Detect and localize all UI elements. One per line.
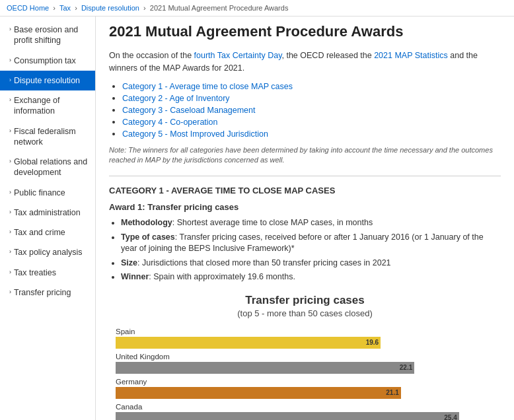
sidebar-item-label: Tax policy analysis <box>14 247 83 258</box>
sidebar-item-label: Exchange of information <box>14 95 89 117</box>
chevron-icon: › <box>9 127 11 135</box>
note-text: Note: The winners for all categories hav… <box>109 145 501 166</box>
bullet-item: Methodology: Shortest average time to cl… <box>121 217 501 229</box>
bar: 19.6 <box>116 337 381 349</box>
breadcrumb-tax[interactable]: Tax <box>59 4 71 12</box>
sidebar-item-label: Global relations and development <box>14 157 89 178</box>
breadcrumb: OECD Home › Tax › Dispute resolution › 2… <box>0 0 514 17</box>
award1-heading: Award 1: Transfer pricing cases <box>109 202 501 212</box>
bar-value: 21.1 <box>386 389 398 396</box>
category-link-item: Category 2 - Age of Inventory <box>122 93 501 103</box>
category-link-cat2[interactable]: Category 2 - Age of Inventory <box>122 94 230 103</box>
sidebar-item-tax-policy[interactable]: ›Tax policy analysis <box>0 242 95 262</box>
breadcrumb-dispute[interactable]: Dispute resolution <box>81 4 139 12</box>
bar-row: Canada25.4 <box>116 403 494 420</box>
chevron-icon: › <box>9 96 11 104</box>
chevron-icon: › <box>9 289 11 297</box>
sidebar-item-label: Tax treaties <box>14 267 56 278</box>
sidebar-item-label: Tax administration <box>14 207 81 218</box>
sidebar-item-label: Transfer pricing <box>14 287 71 298</box>
chevron-icon: › <box>9 228 11 236</box>
sidebar-item-label: Tax and crime <box>14 227 65 238</box>
bar-label: Germany <box>116 378 494 386</box>
bar-container: 25.4 <box>116 412 494 420</box>
chevron-icon: › <box>9 209 11 217</box>
chevron-icon: › <box>9 269 11 277</box>
main-content: 2021 Mutual Agreement Procedure Awards O… <box>96 17 514 420</box>
sidebar-item-label: Base erosion and profit shifting <box>14 24 89 46</box>
chart-subtitle: (top 5 - more than 50 cases closed) <box>109 308 501 318</box>
breadcrumb-oecd[interactable]: OECD Home <box>7 4 49 12</box>
bar: 25.4 <box>116 412 459 420</box>
section-divider <box>109 176 501 176</box>
bar-value: 22.1 <box>400 364 412 371</box>
intro-link-map-stats[interactable]: 2021 MAP Statistics <box>374 51 448 60</box>
chevron-icon: › <box>9 77 11 85</box>
bar-value: 25.4 <box>444 414 457 420</box>
category-link-item: Category 5 - Most Improved Jurisdiction <box>122 129 501 139</box>
bar-label: United Kingdom <box>116 353 494 361</box>
category-link-cat3[interactable]: Category 3 - Caseload Management <box>122 106 256 115</box>
intro-paragraph: On the occasion of the fourth Tax Certai… <box>109 50 501 75</box>
bar-container: 19.6 <box>116 337 494 349</box>
bar-container: 21.1 <box>116 387 494 399</box>
sidebar-item-consumption-tax[interactable]: ›Consumption tax <box>0 51 95 71</box>
category-link-cat4[interactable]: Category 4 - Co-operation <box>122 118 218 127</box>
bullet-item: Type of cases: Transfer pricing cases, r… <box>121 232 501 255</box>
bar-chart: Spain19.6United Kingdom22.1Germany21.1Ca… <box>109 328 501 420</box>
breadcrumb-current: 2021 Mutual Agreement Procedure Awards <box>150 4 289 12</box>
award-bullets: Methodology: Shortest average time to cl… <box>121 217 501 283</box>
chevron-icon: › <box>9 189 11 197</box>
category-link-item: Category 1 - Average time to close MAP c… <box>122 81 501 91</box>
bar-value: 19.6 <box>366 339 379 346</box>
chevron-icon: › <box>9 26 11 34</box>
sidebar-item-exchange-info[interactable]: ›Exchange of information <box>0 90 95 122</box>
sidebar-item-tax-administration[interactable]: ›Tax administration <box>0 203 95 223</box>
sidebar-item-label: Consumption tax <box>14 55 76 66</box>
bar: 22.1 <box>116 362 414 374</box>
bar-row: United Kingdom22.1 <box>116 353 494 374</box>
sidebar-item-label: Public finance <box>14 188 65 198</box>
sidebar-item-fiscal-federalism[interactable]: ›Fiscal federalism network <box>0 122 95 153</box>
chart-section: Transfer pricing cases (top 5 - more tha… <box>109 294 501 420</box>
category-link-cat1[interactable]: Category 1 - Average time to close MAP c… <box>122 82 293 91</box>
sidebar-item-public-finance[interactable]: ›Public finance <box>0 183 95 203</box>
chevron-icon: › <box>9 158 11 166</box>
category-link-cat5[interactable]: Category 5 - Most Improved Jurisdiction <box>122 129 268 139</box>
bar-label: Spain <box>116 328 494 335</box>
sidebar-item-base-erosion[interactable]: ›Base erosion and profit shifting <box>0 20 95 51</box>
bar-label: Canada <box>116 403 494 411</box>
page-title: 2021 Mutual Agreement Procedure Awards <box>109 23 501 40</box>
bar-row: Germany21.1 <box>116 378 494 399</box>
bullet-item: Winner: Spain with approximately 19.6 mo… <box>121 271 501 283</box>
bar-container: 22.1 <box>116 362 494 374</box>
category1-heading: CATEGORY 1 - AVERAGE TIME TO CLOSE MAP C… <box>109 186 501 195</box>
chevron-icon: › <box>9 57 11 65</box>
bar-row: Spain19.6 <box>116 328 494 349</box>
bullet-item: Size: Jurisdictions that closed more tha… <box>121 258 501 269</box>
sidebar-item-tax-crime[interactable]: ›Tax and crime <box>0 223 95 242</box>
sidebar-item-tax-treaties[interactable]: ›Tax treaties <box>0 263 95 283</box>
sidebar-item-label: Dispute resolution <box>14 75 80 86</box>
chart-title: Transfer pricing cases <box>109 294 501 307</box>
chevron-icon: › <box>9 248 11 256</box>
sidebar: ›Base erosion and profit shifting›Consum… <box>0 17 96 420</box>
sidebar-item-label: Fiscal federalism network <box>14 126 89 148</box>
category-link-item: Category 4 - Co-operation <box>122 117 501 127</box>
sidebar-item-global-relations[interactable]: ›Global relations and development <box>0 152 95 183</box>
bar: 21.1 <box>116 387 401 399</box>
intro-link-tax-certainty[interactable]: fourth Tax Certainty Day <box>194 51 282 60</box>
category-links-list: Category 1 - Average time to close MAP c… <box>122 81 501 139</box>
category-link-item: Category 3 - Caseload Management <box>122 105 501 115</box>
sidebar-item-transfer-pricing[interactable]: ›Transfer pricing <box>0 283 95 302</box>
sidebar-item-dispute-resolution[interactable]: ›Dispute resolution <box>0 71 95 90</box>
